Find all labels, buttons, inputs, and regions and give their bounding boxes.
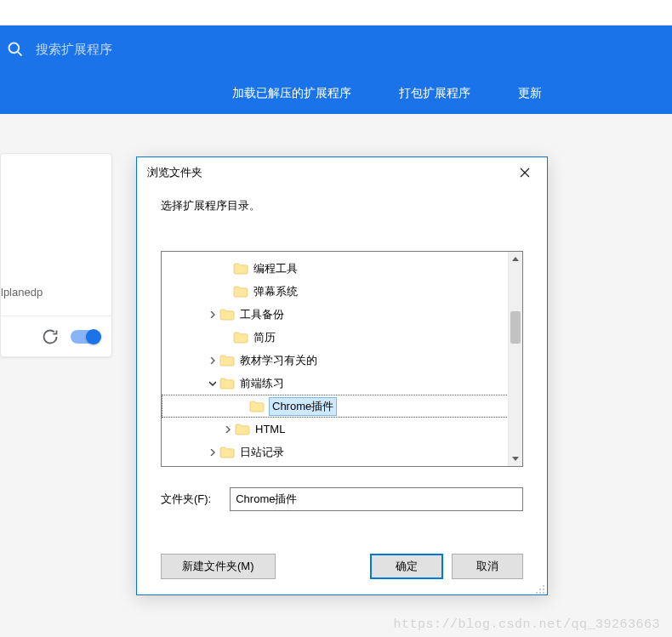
cancel-button[interactable]: 取消 bbox=[452, 554, 523, 579]
dialog-prompt: 选择扩展程序目录。 bbox=[161, 198, 523, 213]
tree-item-label: 工具备份 bbox=[240, 307, 284, 322]
tree-item-label: 教材学习有关的 bbox=[240, 353, 317, 368]
tree-item-label: 简历 bbox=[253, 330, 276, 345]
tree-item[interactable]: 日站记录 bbox=[162, 441, 522, 464]
extension-card: lplanedp bbox=[0, 153, 112, 357]
svg-point-7 bbox=[539, 589, 541, 590]
chevron-right-icon[interactable] bbox=[206, 310, 219, 320]
scroll-thumb[interactable] bbox=[510, 311, 521, 344]
svg-line-1 bbox=[18, 52, 22, 56]
folder-name-label: 文件夹(F): bbox=[161, 492, 211, 507]
tree-item[interactable]: 教材学习有关的 bbox=[162, 349, 522, 372]
folder-tree: 编程工具弹幕系统工具备份简历教材学习有关的前端练习Chrome插件HTML日站记… bbox=[161, 251, 523, 467]
svg-point-0 bbox=[9, 43, 20, 54]
reload-icon[interactable] bbox=[42, 328, 59, 345]
browser-top-bar bbox=[0, 0, 672, 26]
folder-name-input[interactable] bbox=[230, 487, 523, 511]
svg-marker-5 bbox=[512, 457, 519, 461]
ok-button[interactable]: 确定 bbox=[370, 554, 443, 579]
search-bar[interactable]: 搜索扩展程序 bbox=[0, 26, 672, 73]
update-button[interactable]: 更新 bbox=[518, 86, 542, 101]
watermark: https://blog.csdn.net/qq_39263663 bbox=[393, 617, 660, 632]
pack-extension-button[interactable]: 打包扩展程序 bbox=[399, 86, 470, 101]
tree-item-label: 前端练习 bbox=[240, 376, 284, 391]
tree-item-label: 弹幕系统 bbox=[253, 284, 298, 299]
tree-item[interactable]: Chrome插件 bbox=[162, 395, 522, 418]
chevron-right-icon[interactable] bbox=[221, 424, 235, 435]
tree-item[interactable]: 编程工具 bbox=[162, 257, 522, 280]
dialog-title: 浏览文件夹 bbox=[147, 165, 202, 180]
svg-point-11 bbox=[543, 592, 544, 594]
svg-point-9 bbox=[536, 592, 538, 594]
tree-item[interactable]: 工具备份 bbox=[162, 303, 522, 326]
close-button[interactable] bbox=[506, 160, 544, 185]
search-icon bbox=[7, 41, 24, 58]
vertical-scrollbar[interactable] bbox=[508, 252, 522, 466]
tree-item[interactable]: 简历 bbox=[162, 326, 522, 349]
chevron-right-icon[interactable] bbox=[206, 355, 219, 366]
svg-point-10 bbox=[539, 592, 541, 594]
new-folder-button[interactable]: 新建文件夹(M) bbox=[161, 554, 276, 579]
load-unpacked-button[interactable]: 加载已解压的扩展程序 bbox=[232, 86, 351, 101]
svg-point-6 bbox=[543, 585, 544, 587]
extension-toggle[interactable] bbox=[71, 330, 100, 344]
tree-item[interactable]: 弹幕系统 bbox=[162, 280, 522, 303]
toolbar: 加载已解压的扩展程序 打包扩展程序 更新 bbox=[0, 73, 672, 114]
scroll-down-arrow[interactable] bbox=[509, 452, 522, 466]
resize-grip[interactable] bbox=[535, 583, 545, 593]
tree-item[interactable]: 下载的文件 bbox=[162, 464, 522, 467]
svg-point-8 bbox=[543, 589, 544, 590]
extension-id-fragment: lplanedp bbox=[1, 286, 43, 299]
tree-item-label: 日站记录 bbox=[240, 445, 284, 460]
chevron-down-icon[interactable] bbox=[206, 378, 219, 389]
chevron-right-icon[interactable] bbox=[206, 447, 219, 458]
browse-folder-dialog: 浏览文件夹 选择扩展程序目录。 编程工具弹幕系统工具备份简历教材学习有关的前端练… bbox=[136, 156, 548, 595]
tree-item-label: 编程工具 bbox=[253, 261, 298, 276]
dialog-header: 浏览文件夹 bbox=[137, 157, 547, 188]
search-placeholder: 搜索扩展程序 bbox=[36, 42, 112, 58]
svg-marker-4 bbox=[512, 257, 519, 261]
tree-item-label: HTML bbox=[255, 423, 285, 435]
scroll-up-arrow[interactable] bbox=[509, 252, 522, 266]
tree-item-label: Chrome插件 bbox=[270, 398, 336, 415]
tree-item[interactable]: HTML bbox=[162, 418, 522, 441]
tree-item[interactable]: 前端练习 bbox=[162, 372, 522, 395]
